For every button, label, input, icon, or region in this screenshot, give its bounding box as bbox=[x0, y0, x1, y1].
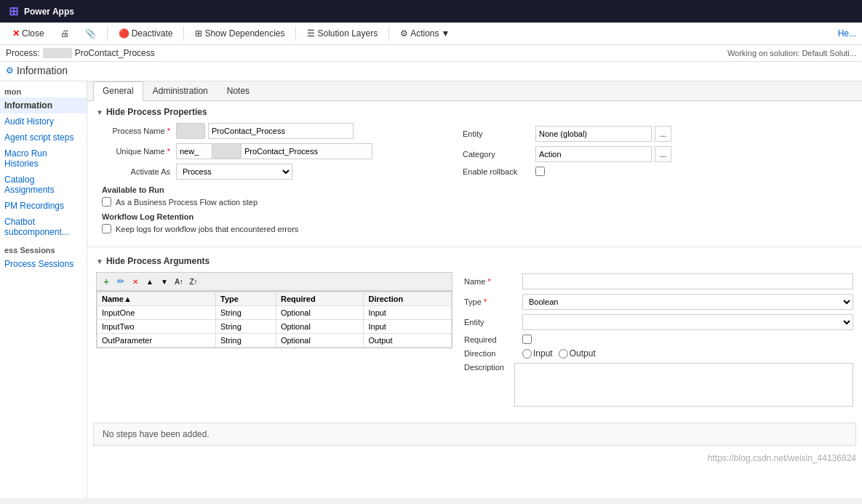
tab-bar: General Administration Notes bbox=[87, 81, 862, 101]
show-dependencies-button[interactable]: ⊞ Show Dependencies bbox=[188, 25, 291, 41]
power-apps-icon: ⊞ bbox=[9, 4, 18, 18]
direction-radio-group: Input Output bbox=[522, 348, 596, 359]
form-section-process-args: ▼ Hide Process Arguments + ✏ ✕ ▲ ▼ A↑ Z↑ bbox=[87, 250, 862, 417]
close-label: Close bbox=[22, 28, 44, 39]
radio-input-label: Input bbox=[522, 348, 553, 359]
tab-general[interactable]: General bbox=[93, 81, 143, 101]
sidebar-section-label: mon bbox=[0, 84, 87, 97]
print-button[interactable]: 🖨 bbox=[54, 25, 76, 41]
entity-lookup-button[interactable]: ... bbox=[655, 126, 671, 142]
tab-notes[interactable]: Notes bbox=[218, 81, 259, 100]
col-required: Required bbox=[276, 292, 364, 306]
bpf-checkbox-label: As a Business Process Flow action step bbox=[116, 198, 258, 207]
sidebar-item-agent-script-steps[interactable]: Agent script steps bbox=[0, 129, 87, 145]
actions-button[interactable]: ⚙ Actions ▼ bbox=[394, 25, 456, 41]
close-button[interactable]: ✕ Close bbox=[6, 25, 51, 41]
sidebar-item-process-sessions-label: Process Sessions bbox=[4, 259, 73, 269]
description-textarea[interactable] bbox=[514, 363, 853, 407]
table-row[interactable]: OutParameter String Optional Output bbox=[97, 334, 452, 348]
edit-arg-button[interactable]: ✏ bbox=[114, 275, 127, 288]
move-up-button[interactable]: ▲ bbox=[143, 275, 156, 288]
sidebar-item-agent-script-steps-label: Agent script steps bbox=[4, 132, 73, 143]
radio-output-label: Output bbox=[559, 348, 596, 359]
right-name-input[interactable] bbox=[522, 273, 853, 289]
actions-dropdown-icon: ▼ bbox=[442, 28, 450, 39]
section-header-process-properties[interactable]: ▼ Hide Process Properties bbox=[96, 107, 853, 117]
delete-arg-button[interactable]: ✕ bbox=[129, 275, 142, 288]
unique-name-input[interactable] bbox=[242, 143, 372, 159]
right-required-checkbox[interactable] bbox=[522, 335, 532, 344]
process-breadcrumb-id bbox=[43, 48, 72, 58]
sidebar-item-audit-history-label: Audit History bbox=[4, 116, 54, 127]
sidebar-item-chatbot-subcomponents[interactable]: Chatbot subcomponent... bbox=[0, 214, 87, 240]
keep-logs-checkbox[interactable] bbox=[102, 224, 111, 233]
col-direction: Direction bbox=[364, 292, 452, 306]
print-icon: 🖨 bbox=[60, 28, 69, 39]
available-to-run-label: Available to Run bbox=[102, 185, 445, 194]
sidebar-item-catalog-assignments[interactable]: Catalog Assignments bbox=[0, 172, 87, 198]
unique-name-prefix-input[interactable] bbox=[176, 143, 212, 159]
right-type-label: Type bbox=[464, 297, 522, 306]
sidebar-item-macro-run-histories-label: Macro Run Histories bbox=[4, 148, 47, 169]
right-required-row: Required bbox=[464, 335, 853, 344]
col-name: Name▲ bbox=[97, 292, 216, 306]
dependencies-icon: ⊞ bbox=[195, 28, 202, 39]
show-dependencies-label: Show Dependencies bbox=[204, 28, 284, 39]
app-title: Power Apps bbox=[24, 7, 74, 17]
toolbar-sep-4 bbox=[388, 26, 389, 41]
tab-administration[interactable]: Administration bbox=[143, 81, 218, 100]
args-toolbar: + ✏ ✕ ▲ ▼ A↑ Z↑ bbox=[96, 272, 452, 291]
right-type-select[interactable]: Boolean bbox=[522, 294, 853, 310]
cell-required: Optional bbox=[276, 306, 364, 320]
cell-direction: Input bbox=[364, 320, 452, 334]
category-lookup-button[interactable]: ... bbox=[655, 146, 671, 162]
attachment-button[interactable]: 📎 bbox=[79, 25, 103, 41]
form-section-process-properties: ▼ Hide Process Properties Process Name U… bbox=[87, 101, 862, 244]
solution-layers-button[interactable]: ☰ Solution Layers bbox=[300, 25, 384, 41]
main-layout: mon Information Audit History Agent scri… bbox=[0, 81, 862, 498]
sidebar-item-macro-run-histories[interactable]: Macro Run Histories bbox=[0, 145, 87, 172]
bpf-checkbox[interactable] bbox=[102, 197, 111, 207]
entity-value: ... bbox=[535, 126, 671, 142]
sidebar-item-pm-recordings[interactable]: PM Recordings bbox=[0, 198, 87, 214]
table-row[interactable]: InputTwo String Optional Input bbox=[97, 320, 452, 334]
sidebar-item-audit-history[interactable]: Audit History bbox=[0, 113, 87, 129]
sidebar-item-chatbot-label: Chatbot subcomponent... bbox=[4, 217, 69, 237]
solution-layers-icon: ☰ bbox=[307, 28, 315, 39]
process-name-prefix bbox=[176, 123, 205, 139]
col-type: Type bbox=[216, 292, 276, 306]
page-title-icon: ⚙ bbox=[6, 65, 14, 76]
keep-logs-checkbox-row: Keep logs for workflow jobs that encount… bbox=[96, 224, 445, 233]
move-down-button[interactable]: ▼ bbox=[158, 275, 171, 288]
entity-input[interactable] bbox=[535, 126, 652, 142]
workflow-log-label: Workflow Log Retention bbox=[102, 212, 445, 221]
right-entity-select[interactable] bbox=[522, 314, 853, 330]
activate-as-select[interactable]: Process bbox=[176, 164, 292, 180]
args-table-header-row: Name▲ Type Required Direction bbox=[97, 292, 452, 306]
sidebar-item-process-sessions[interactable]: Process Sessions bbox=[0, 256, 87, 272]
sidebar-item-information-label: Information bbox=[4, 100, 52, 111]
page-title-bar: ⚙ Information bbox=[0, 62, 862, 81]
no-steps-message: No steps have been added. bbox=[103, 429, 209, 439]
help-link[interactable]: He... bbox=[838, 28, 856, 39]
sidebar-item-information[interactable]: Information bbox=[0, 97, 87, 113]
deactivate-button[interactable]: 🔴 Deactivate bbox=[112, 25, 180, 41]
args-table: Name▲ Type Required Direction InputOne S… bbox=[97, 292, 452, 348]
no-steps-bar: No steps have been added. bbox=[93, 423, 856, 446]
sort-az-button[interactable]: A↑ bbox=[172, 275, 185, 288]
section-label-process-properties: Hide Process Properties bbox=[106, 107, 207, 117]
working-on-label: Working on solution: Default Soluti... bbox=[727, 49, 856, 57]
add-arg-button[interactable]: + bbox=[100, 275, 113, 288]
section-header-process-args[interactable]: ▼ Hide Process Arguments bbox=[96, 256, 853, 266]
enable-rollback-label: Enable rollback bbox=[463, 167, 535, 176]
radio-input[interactable] bbox=[522, 349, 532, 359]
enable-rollback-checkbox[interactable] bbox=[535, 167, 545, 176]
table-row[interactable]: InputOne String Optional Input bbox=[97, 306, 452, 320]
category-input[interactable] bbox=[535, 146, 652, 162]
activate-as-row: Activate As Process bbox=[96, 164, 445, 180]
sort-za-button[interactable]: Z↑ bbox=[187, 275, 200, 288]
radio-output[interactable] bbox=[559, 349, 568, 359]
cell-name: InputTwo bbox=[97, 320, 216, 334]
right-entity-row: Entity bbox=[464, 314, 853, 330]
process-name-input[interactable] bbox=[208, 123, 354, 139]
